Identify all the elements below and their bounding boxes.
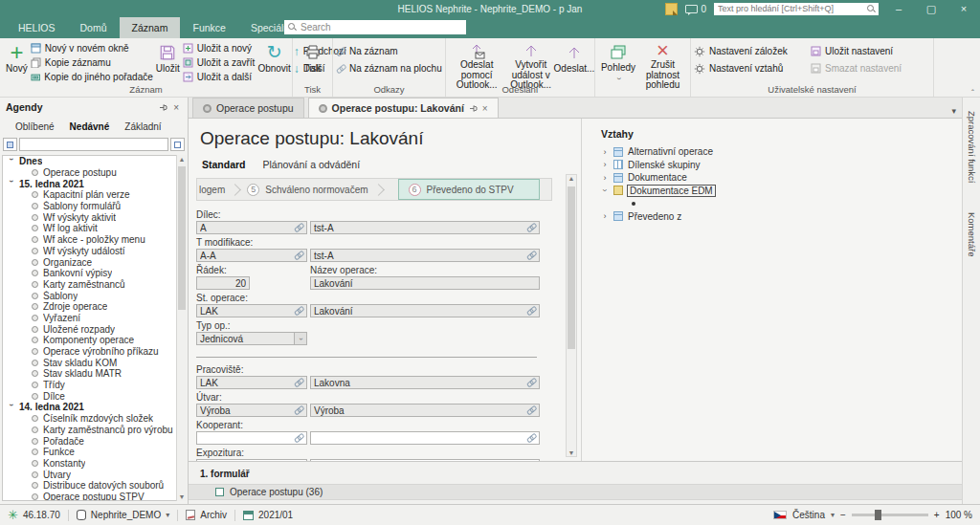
chevron-icon[interactable]: › xyxy=(600,186,610,194)
tree-row[interactable]: › Karty zaměstnanců pro výrobu xyxy=(3,425,176,436)
link-icon[interactable] xyxy=(292,304,305,317)
bookmarks-settings-button[interactable]: Nastavení záložek xyxy=(694,45,811,57)
workflow-step-5[interactable]: 5 Schváleno normovačem xyxy=(247,184,368,196)
scroll-up-icon[interactable]: ▲ xyxy=(177,156,187,163)
global-search-input[interactable] xyxy=(714,3,879,15)
tree-row[interactable]: › Organizace xyxy=(3,256,176,268)
scroll-thumb[interactable] xyxy=(178,166,186,310)
link-icon[interactable] xyxy=(524,404,538,417)
print-button[interactable]: Tisk xyxy=(301,40,324,84)
archive-label[interactable]: Archiv xyxy=(200,510,227,520)
relation-row[interactable]: › Dílenské skupiny xyxy=(601,159,962,172)
tree-row[interactable]: › Stav skladu KOM xyxy=(3,357,176,368)
ribbon-tab[interactable]: HELIOS xyxy=(6,17,68,38)
collapse-ribbon-icon[interactable]: ˆ xyxy=(971,88,974,98)
invalidate-view-button[interactable]: × Zrušit platnost pohledu xyxy=(638,40,687,84)
filter-button[interactable] xyxy=(3,138,17,151)
tree-row[interactable]: › Vyřazení xyxy=(3,313,176,324)
ribbon-tab[interactable]: Domů xyxy=(68,17,120,38)
tree-row[interactable]: › Dílce xyxy=(3,390,176,402)
kooperant-code-field[interactable] xyxy=(196,431,307,445)
tree-row[interactable]: › Uložené rozpady xyxy=(3,323,176,335)
language-label[interactable]: Čeština xyxy=(792,510,825,520)
tree-row[interactable]: › Wf log aktivit xyxy=(3,223,176,234)
tree-row[interactable]: › Distribuce datových souborů xyxy=(3,480,176,492)
pin-icon[interactable] xyxy=(469,104,478,113)
doc-tab-operace-postupu-lakovani[interactable]: Operace postupu: Lakování × xyxy=(308,98,499,118)
tree-row[interactable]: › 14. ledna 2021 xyxy=(3,402,176,413)
link-icon[interactable] xyxy=(292,404,305,417)
database-label[interactable]: Nephrite_DEMO xyxy=(91,510,161,520)
tree-row[interactable]: › Funkce xyxy=(3,447,176,458)
tree-row[interactable]: › Šablony formulářů xyxy=(3,201,176,212)
pracoviste-name-field[interactable]: Lakovna xyxy=(310,376,540,389)
link-to-desktop-button[interactable]: Na záznam na plochu xyxy=(336,62,442,75)
new-in-window-button[interactable]: Nový v novém okně xyxy=(31,42,153,55)
tree-row[interactable]: › Kapacitní plán verze xyxy=(3,189,176,201)
tree-row[interactable]: › Útvary xyxy=(3,469,176,480)
relation-row[interactable]: › xyxy=(601,197,962,210)
link-icon[interactable] xyxy=(524,221,538,234)
chevron-icon[interactable]: › xyxy=(601,173,609,183)
link-icon[interactable] xyxy=(524,249,538,262)
save-and-close-button[interactable]: Uložit a zavřít xyxy=(183,56,256,69)
zoom-in-button[interactable]: + xyxy=(934,510,940,520)
minimize-button[interactable]: – xyxy=(886,3,911,14)
zoom-slider-thumb[interactable] xyxy=(875,510,881,520)
doc-tab-operace-postupu[interactable]: Operace postupu xyxy=(192,98,304,118)
operace-postupu-row[interactable]: Operace postupu (36) xyxy=(189,484,962,500)
tree-row[interactable]: › Operace postupu xyxy=(3,167,176,179)
link-icon[interactable] xyxy=(292,376,305,389)
zoom-out-button[interactable]: − xyxy=(840,510,846,520)
tree-row[interactable]: › Operace postupu STPV xyxy=(3,492,176,501)
scroll-down-icon[interactable]: ▼ xyxy=(177,493,187,500)
link-icon[interactable] xyxy=(292,249,305,262)
zoom-slider[interactable] xyxy=(852,514,928,516)
pracoviste-code-field[interactable]: LAK xyxy=(196,376,307,389)
st-operace-code-field[interactable]: LAK xyxy=(196,304,307,317)
save-and-new-button[interactable]: Uložit a nový xyxy=(183,42,256,55)
views-button[interactable]: Pohledy › xyxy=(598,40,638,84)
tree-row[interactable]: › Číselník mzdových složek xyxy=(3,413,176,425)
save-button[interactable]: Uložit xyxy=(153,40,183,84)
tree-row[interactable]: › Karty zaměstnanců xyxy=(3,279,176,291)
side-tab-komentare[interactable]: Komentáře xyxy=(967,205,977,264)
new-record-button[interactable]: + Nový xyxy=(3,40,31,84)
chevron-icon[interactable]: › xyxy=(601,211,609,221)
dilec-name-field[interactable]: tst-A xyxy=(310,221,540,234)
tree-row[interactable]: › Operace výrobního příkazu xyxy=(3,346,176,358)
note-icon[interactable] xyxy=(665,3,678,15)
link-icon[interactable] xyxy=(292,221,305,234)
relation-row[interactable]: › Alternativní operace xyxy=(601,145,962,159)
radek-field[interactable]: 20 xyxy=(196,276,250,290)
pin-icon[interactable] xyxy=(156,103,170,112)
tab-list-dropdown-icon[interactable]: ▾ xyxy=(946,106,962,118)
workflow-step-6-current[interactable]: 6 Převedeno do STPV xyxy=(398,179,540,200)
dropdown-arrow-icon[interactable]: › xyxy=(294,333,306,344)
close-icon[interactable]: × xyxy=(170,102,182,113)
agendy-scrollbar[interactable]: ▲ ▼ xyxy=(176,155,187,501)
scroll-down-icon[interactable]: ▼ xyxy=(567,449,576,456)
utvar-code-field[interactable]: Výroba xyxy=(196,404,307,417)
ribbon-tab[interactable]: Záznam xyxy=(120,17,181,38)
side-tab-zpracovani-funkci[interactable]: Zpracování funkcí xyxy=(967,103,977,191)
copy-to-other-folder-button[interactable]: Kopie do jiného pořadače xyxy=(31,71,153,83)
refresh-button[interactable]: ↻ Obnovit xyxy=(255,40,293,84)
tree-row[interactable]: › Dnes xyxy=(3,156,176,167)
relation-row[interactable]: › Dokumentace EDM xyxy=(601,185,962,198)
relation-row[interactable]: › Převedeno z xyxy=(601,210,962,224)
link-icon[interactable] xyxy=(524,376,538,389)
period-label[interactable]: 2021/01 xyxy=(258,510,293,520)
tmodifikace-name-field[interactable]: tst-A xyxy=(310,249,540,262)
chat-indicator[interactable]: 0 xyxy=(685,4,706,14)
chevron-icon[interactable]: › xyxy=(601,160,609,169)
ribbon-tab[interactable]: Funkce xyxy=(180,17,237,38)
copy-record-button[interactable]: Kopie záznamu xyxy=(31,56,153,69)
relations-settings-button[interactable]: Nastavení vztahů xyxy=(694,62,811,75)
tree-row[interactable]: › Wf výskyty aktivit xyxy=(3,211,176,223)
checkbox-icon[interactable] xyxy=(215,488,224,496)
st-operace-name-field[interactable]: Lakování xyxy=(310,304,540,317)
utvar-name-field[interactable]: Výroba xyxy=(310,404,540,417)
tree-row[interactable]: › Wf výskyty událostí xyxy=(3,246,176,257)
tree-row[interactable]: › Pořadače xyxy=(3,435,176,447)
